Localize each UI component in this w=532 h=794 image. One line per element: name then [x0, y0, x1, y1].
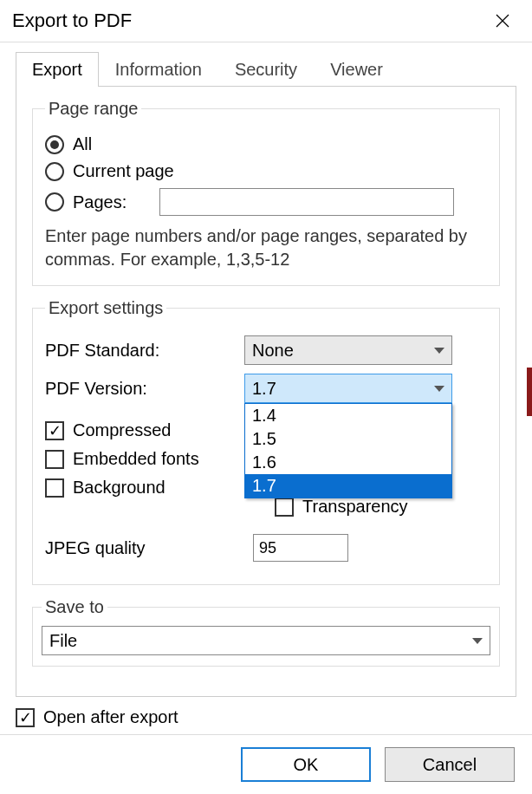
open-after-export-checkbox[interactable]: ✓ [16, 708, 35, 727]
transparency-checkbox[interactable] [275, 498, 294, 517]
decorative-strip [527, 368, 532, 416]
save-to-group: Save to File [32, 597, 500, 667]
radio-pages-label: Pages: [73, 192, 151, 212]
save-to-value: File [49, 631, 77, 651]
embedded-fonts-row[interactable]: Embedded fonts [45, 449, 257, 469]
compressed-row[interactable]: ✓ Compressed [45, 420, 257, 440]
pdf-version-option[interactable]: 1.7 [245, 474, 451, 498]
pdf-standard-row: PDF Standard: None [45, 335, 487, 365]
pdf-standard-label: PDF Standard: [45, 341, 244, 361]
open-after-export-row[interactable]: ✓ Open after export [16, 707, 516, 727]
compressed-checkbox[interactable]: ✓ [45, 421, 64, 440]
radio-current-row[interactable]: Current page [45, 161, 487, 181]
tab-information[interactable]: Information [99, 52, 218, 87]
page-range-legend: Page range [45, 99, 141, 119]
pdf-version-option[interactable]: 1.5 [245, 427, 451, 451]
tab-bar: Export Information Security Viewer [16, 51, 516, 86]
dialog-footer: OK Cancel [0, 734, 532, 794]
embedded-fonts-label: Embedded fonts [73, 449, 199, 469]
transparency-label: Transparency [302, 497, 408, 517]
open-after-export-label: Open after export [43, 707, 178, 727]
background-checkbox[interactable] [45, 478, 64, 498]
pdf-version-option[interactable]: 1.6 [245, 451, 451, 474]
pdf-standard-value: None [252, 341, 294, 361]
chevron-down-icon [472, 638, 483, 644]
radio-current-label: Current page [73, 161, 174, 181]
compressed-label: Compressed [73, 420, 171, 440]
transparency-row[interactable]: Transparency [275, 497, 487, 517]
tab-panel-export: Page range All Current page Pages: Enter… [16, 86, 516, 697]
ok-button[interactable]: OK [241, 747, 371, 782]
radio-pages-row[interactable]: Pages: [45, 188, 487, 216]
background-row[interactable]: Background [45, 478, 257, 498]
close-icon [495, 13, 510, 29]
pdf-version-row: PDF Version: 1.7 [45, 374, 487, 403]
pdf-version-dropdown[interactable]: 1.4 1.5 1.6 1.7 [244, 403, 452, 498]
chevron-down-icon [434, 386, 444, 392]
pages-input[interactable] [159, 188, 454, 216]
page-range-hint: Enter page numbers and/or page ranges, s… [45, 225, 487, 271]
pdf-version-option[interactable]: 1.4 [245, 404, 451, 427]
cancel-button[interactable]: Cancel [385, 747, 515, 782]
jpeg-quality-row: JPEG quality [45, 534, 487, 562]
radio-pages[interactable] [45, 192, 64, 212]
jpeg-quality-input[interactable] [253, 534, 348, 562]
radio-current[interactable] [45, 162, 64, 181]
tab-security[interactable]: Security [218, 52, 314, 87]
radio-all-row[interactable]: All [45, 134, 487, 154]
page-range-group: Page range All Current page Pages: Enter… [32, 99, 500, 286]
background-label: Background [73, 478, 165, 498]
tab-viewer[interactable]: Viewer [314, 52, 399, 87]
embedded-fonts-checkbox[interactable] [45, 450, 64, 469]
close-button[interactable] [485, 7, 520, 35]
export-settings-legend: Export settings [45, 298, 166, 318]
window-title: Export to PDF [12, 10, 132, 32]
save-to-select[interactable]: File [42, 626, 490, 655]
save-to-legend: Save to [42, 597, 107, 617]
radio-all[interactable] [45, 135, 64, 154]
chevron-down-icon [434, 348, 444, 354]
titlebar: Export to PDF [0, 0, 532, 42]
tab-export[interactable]: Export [16, 52, 99, 87]
pdf-version-label: PDF Version: [45, 379, 244, 399]
pdf-version-value: 1.7 [252, 379, 276, 399]
pdf-standard-select[interactable]: None [244, 335, 452, 365]
radio-all-label: All [73, 134, 92, 154]
pdf-version-select[interactable]: 1.7 [244, 374, 452, 403]
jpeg-quality-label: JPEG quality [45, 538, 253, 558]
